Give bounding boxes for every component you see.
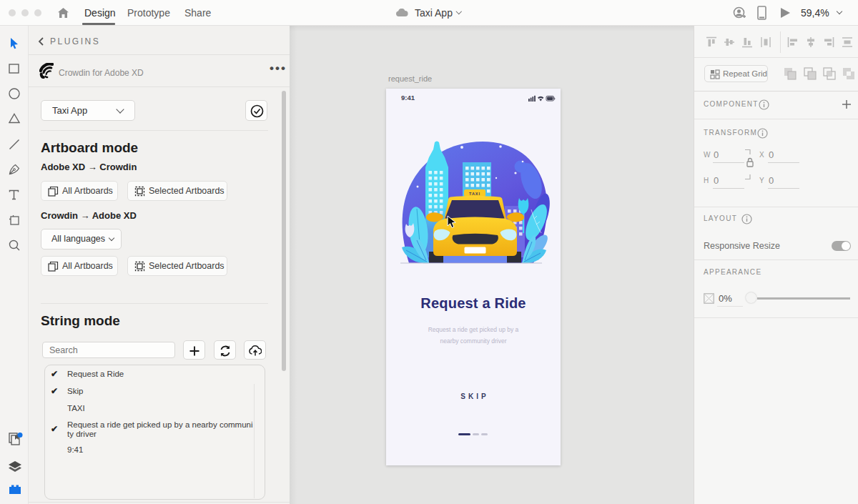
svg-text:TAXI: TAXI (469, 192, 480, 196)
